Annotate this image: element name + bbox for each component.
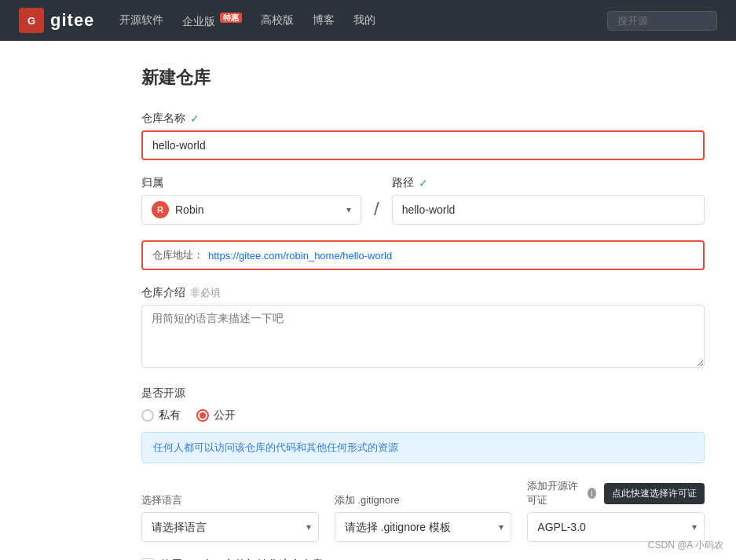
repo-name-label: 仓库名称 ✓ (141, 112, 705, 126)
gitignore-select-wrapper: 请选择 .gitignore 模板 ▾ (335, 512, 512, 542)
license-group: 添加开源许可证 i 点此快速选择许可证 AGPL-3.0 ▾ (527, 479, 705, 542)
gitignore-select[interactable]: 请选择 .gitignore 模板 (335, 512, 512, 542)
lang-label: 选择语言 (141, 493, 319, 507)
gitignore-label: 添加 .gitignore (335, 493, 512, 507)
path-input[interactable] (392, 195, 705, 225)
license-select-wrapper: AGPL-3.0 ▾ (527, 512, 705, 542)
owner-section: 归属 R Robin ▾ (141, 176, 361, 225)
repo-name-group: 仓库名称 ✓ (141, 112, 705, 160)
nav-link-enterprise[interactable]: 企业版 特惠 (182, 13, 242, 29)
nav-link-blog[interactable]: 博客 (313, 13, 335, 27)
open-source-label: 是否开源 (141, 386, 705, 401)
radio-private[interactable]: 私有 (141, 408, 181, 423)
new-repo-form: 仓库名称 ✓ 归属 R Robin ▾ / (141, 112, 705, 560)
desc-label: 仓库介绍 非必填 (141, 286, 705, 300)
radio-private-circle (141, 409, 154, 422)
path-separator: / (374, 198, 379, 225)
page-content: 新建仓库 仓库名称 ✓ 归属 R Robin ▾ (0, 41, 736, 560)
lang-select-wrapper: 请选择语言 ▾ (141, 512, 319, 542)
open-source-info-box: 任何人都可以访问该仓库的代码和其他任何形式的资源 (141, 432, 705, 463)
navbar: G gitee 开源软件 企业版 特惠 高校版 博客 我的 (0, 0, 736, 41)
desc-group: 仓库介绍 非必填 (141, 286, 705, 371)
license-tooltip-bubble: 点此快速选择许可证 (604, 483, 705, 504)
lang-select[interactable]: 请选择语言 (141, 512, 319, 542)
repo-url-link[interactable]: https://gitee.com/robin_home/hello-world (208, 250, 392, 262)
license-label-tooltip-wrapper: 添加开源许可证 i 点此快速选择许可证 (527, 479, 705, 507)
owner-avatar: R (152, 201, 169, 218)
owner-selector[interactable]: R Robin ▾ (141, 195, 361, 225)
radio-group: 私有 公开 (141, 408, 705, 423)
page-title: 新建仓库 (141, 66, 705, 90)
nav-link-opensource[interactable]: 开源软件 (119, 13, 163, 27)
repo-url-bar: 仓库地址： https://gitee.com/robin_home/hello… (141, 240, 705, 270)
owner-name: Robin (175, 203, 340, 216)
path-section: 路径 ✓ (392, 176, 705, 225)
lang-group: 选择语言 请选择语言 ▾ (141, 493, 319, 542)
watermark: CSDN @A 小码农 (648, 539, 723, 552)
desc-textarea[interactable] (141, 305, 705, 368)
radio-public[interactable]: 公开 (196, 408, 236, 423)
enterprise-badge: 特惠 (220, 13, 242, 23)
repo-url-label: 仓库地址： (152, 248, 203, 262)
owner-chevron-down-icon: ▾ (346, 204, 351, 215)
license-select[interactable]: AGPL-3.0 (527, 512, 705, 542)
selects-row: 选择语言 请选择语言 ▾ 添加 .gitignore 请选择 .gitignor… (141, 479, 705, 542)
nav-link-mine[interactable]: 我的 (353, 13, 375, 27)
repo-name-input[interactable] (141, 130, 705, 160)
path-label: 路径 ✓ (392, 176, 705, 190)
desc-optional: 非必填 (190, 286, 221, 300)
license-label-row: 添加开源许可证 i 点此快速选择许可证 (527, 479, 705, 507)
radio-public-dot (200, 412, 206, 419)
repo-name-check-icon: ✓ (190, 112, 200, 125)
open-source-group: 是否开源 私有 公开 任何人都可以访问该仓库的代码和其他任何形式的资源 (141, 386, 705, 463)
gitee-logo-icon: G (19, 8, 44, 33)
brand[interactable]: G gitee (19, 8, 94, 33)
brand-name: gitee (50, 10, 94, 31)
owner-label: 归属 (141, 176, 361, 190)
nav-link-university[interactable]: 高校版 (261, 13, 294, 27)
search-input[interactable] (607, 11, 717, 31)
owner-path-row: 归属 R Robin ▾ / 路径 ✓ (141, 176, 705, 225)
path-check-icon: ✓ (419, 177, 428, 189)
radio-public-circle (196, 409, 209, 422)
gitignore-group: 添加 .gitignore 请选择 .gitignore 模板 ▾ (335, 493, 512, 542)
license-info-icon[interactable]: i (588, 488, 596, 499)
nav-links: 开源软件 企业版 特惠 高校版 博客 我的 (119, 13, 375, 29)
